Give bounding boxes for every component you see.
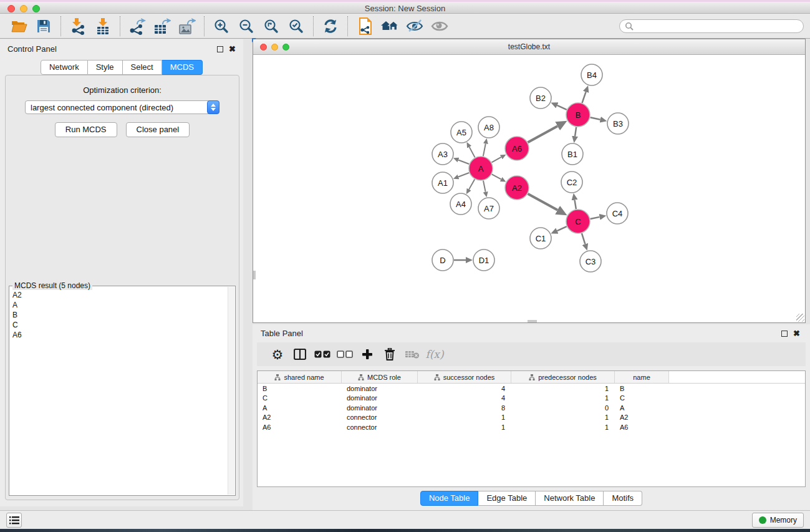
graph-edge-A6-B[interactable]: [528, 126, 558, 142]
tab-style[interactable]: Style: [88, 60, 123, 75]
zoom-selected-button[interactable]: [287, 17, 306, 36]
table-cell[interactable]: dominator: [342, 385, 418, 392]
graph-edge-C-C2[interactable]: [575, 200, 576, 210]
table-row[interactable]: A2connector11A2: [258, 413, 805, 423]
graph-edge-A2-C[interactable]: [528, 194, 558, 210]
vertical-scroll-thumb[interactable]: [253, 271, 256, 279]
graph-edge-A-A8[interactable]: [483, 143, 486, 156]
float-table-panel-icon[interactable]: [781, 331, 788, 337]
table-cell[interactable]: 1: [418, 423, 511, 431]
close-panel-icon[interactable]: ✖: [229, 46, 236, 52]
graph-edge-C-C4[interactable]: [591, 217, 600, 219]
hide-graphics-button[interactable]: [405, 17, 424, 36]
table-row[interactable]: Bdominator41B: [258, 384, 805, 394]
search-input[interactable]: [637, 22, 798, 31]
result-item[interactable]: A2: [12, 290, 232, 300]
table-cell[interactable]: A6: [258, 423, 342, 431]
result-item[interactable]: A: [12, 300, 232, 310]
network-from-file-button[interactable]: [355, 17, 374, 36]
table-cell[interactable]: B: [258, 385, 342, 392]
table-cell[interactable]: A: [615, 404, 669, 412]
table-cell[interactable]: dominator: [342, 404, 418, 412]
tab-network-table[interactable]: Network Table: [536, 491, 604, 506]
select-all-columns-button[interactable]: [311, 345, 334, 364]
open-session-button[interactable]: [9, 17, 28, 36]
table-cell[interactable]: connector: [342, 423, 418, 431]
graph-edge-A-A1[interactable]: [458, 173, 469, 177]
column-header-predecessor-nodes[interactable]: predecessor nodes: [511, 371, 615, 383]
table-settings-button[interactable]: ⚙: [266, 345, 289, 364]
table-cell[interactable]: B: [615, 385, 669, 392]
graph-edge-A-A3[interactable]: [458, 160, 469, 163]
table-cell[interactable]: 4: [418, 385, 511, 392]
horizontal-scroll-thumb[interactable]: [528, 320, 537, 322]
zoom-fit-button[interactable]: [262, 17, 281, 36]
tab-edge-table[interactable]: Edge Table: [478, 491, 536, 506]
show-columns-button[interactable]: [289, 345, 311, 364]
table-cell[interactable]: 1: [511, 414, 615, 421]
result-item[interactable]: B: [12, 310, 232, 320]
show-tasks-button[interactable]: [6, 513, 22, 528]
save-session-button[interactable]: [34, 17, 53, 36]
tab-node-table[interactable]: Node Table: [420, 491, 479, 506]
show-all-networks-button[interactable]: [380, 17, 399, 36]
table-cell[interactable]: 1: [511, 394, 615, 402]
graph-edge-A-A4[interactable]: [469, 179, 475, 189]
result-item[interactable]: C: [12, 320, 232, 330]
table-cell[interactable]: 8: [418, 404, 511, 412]
graph-edge-C-C1[interactable]: [557, 226, 566, 231]
refresh-button[interactable]: [321, 17, 340, 36]
table-row[interactable]: Adominator80A: [258, 403, 805, 413]
zoom-out-button[interactable]: [237, 17, 256, 36]
export-image-button[interactable]: [178, 17, 196, 36]
create-column-button[interactable]: [356, 345, 378, 364]
table-cell[interactable]: 1: [511, 423, 615, 431]
result-item[interactable]: A6: [12, 330, 232, 340]
search-field[interactable]: [619, 19, 804, 33]
column-header-name[interactable]: name: [615, 371, 669, 383]
table-cell[interactable]: 4: [418, 394, 511, 402]
column-header-successor-nodes[interactable]: successor nodes: [418, 371, 511, 383]
resize-grip-icon[interactable]: [796, 314, 804, 322]
unselect-all-columns-button[interactable]: [334, 345, 356, 364]
table-cell[interactable]: C: [615, 394, 669, 402]
tab-network[interactable]: Network: [41, 60, 88, 75]
graph-edge-B-B3[interactable]: [591, 117, 600, 120]
result-scrollbar[interactable]: [228, 287, 234, 495]
table-cell[interactable]: C: [258, 394, 342, 402]
import-network-button[interactable]: [69, 17, 87, 36]
table-row[interactable]: A6connector11A6: [258, 422, 805, 432]
run-mcds-button[interactable]: Run MCDS: [55, 122, 117, 137]
export-network-button[interactable]: [128, 17, 147, 36]
graph-edge-A-A5[interactable]: [470, 147, 475, 158]
table-row[interactable]: Cdominator41C: [258, 394, 805, 404]
delete-column-button[interactable]: [378, 345, 401, 364]
table-cell[interactable]: A2: [615, 414, 669, 421]
table-cell[interactable]: 0: [511, 404, 615, 412]
column-header-mcds-role[interactable]: MCDS role: [342, 371, 418, 383]
graph-edge-B-B2[interactable]: [557, 105, 566, 110]
tab-select[interactable]: Select: [123, 60, 162, 75]
tab-motifs[interactable]: Motifs: [604, 491, 642, 506]
optimization-criterion-select[interactable]: largest connected component (directed): [25, 100, 219, 114]
graph-edge-A-A2[interactable]: [492, 174, 501, 179]
close-panel-button[interactable]: Close panel: [126, 122, 190, 137]
float-panel-icon[interactable]: [217, 46, 223, 52]
export-table-button[interactable]: [153, 17, 171, 36]
import-table-button[interactable]: [94, 17, 112, 36]
close-table-panel-icon[interactable]: ✖: [793, 331, 800, 337]
table-cell[interactable]: dominator: [342, 394, 418, 402]
zoom-in-button[interactable]: [212, 17, 231, 36]
network-canvas[interactable]: B4B2BB3A5A8A6A3B1AA1A2C2A4A7CC4C1C3DD1: [253, 55, 805, 322]
table-cell[interactable]: 1: [511, 385, 615, 392]
table-cell[interactable]: A6: [615, 423, 669, 431]
graph-edge-B-B4[interactable]: [582, 92, 586, 103]
table-cell[interactable]: connector: [342, 414, 418, 421]
table-cell[interactable]: A2: [258, 414, 342, 421]
memory-button[interactable]: Memory: [752, 513, 804, 528]
column-header-shared-name[interactable]: shared name: [258, 371, 342, 383]
table-cell[interactable]: 1: [418, 414, 511, 421]
table-cell[interactable]: A: [258, 404, 342, 412]
graph-edge-A-A7[interactable]: [483, 181, 486, 192]
tab-mcds[interactable]: MCDS: [162, 60, 203, 75]
